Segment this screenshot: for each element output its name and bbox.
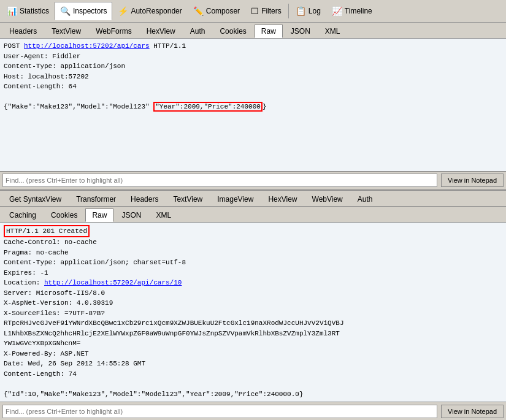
filters-icon: ☐ [251, 6, 259, 16]
main-container: Headers TextView WebForms HexView Auth C… [0, 23, 506, 420]
tab-headers[interactable]: Headers [2, 25, 44, 38]
request-http-version: HTTP/1.1 User-Agent: Fiddler Content-Typ… [4, 42, 186, 110]
tab-webforms[interactable]: WebForms [89, 25, 138, 38]
tab-resp-raw[interactable]: Raw [85, 208, 113, 222]
request-method: POST [4, 42, 24, 50]
statistics-label: Statistics [20, 7, 49, 15]
response-tab-row1: Get SyntaxView Transformer Headers TextV… [0, 191, 506, 207]
main-toolbar: 📊 Statistics 🔍 Inspectors ⚡ AutoResponde… [0, 0, 506, 23]
response-find-bar: View in Notepad [0, 402, 506, 420]
request-find-input[interactable] [2, 174, 437, 187]
log-icon: 📋 [296, 6, 306, 16]
tab-resp-cookies[interactable]: Cookies [44, 208, 84, 222]
inspectors-icon: 🔍 [60, 6, 71, 16]
tab-auth[interactable]: Auth [183, 25, 212, 38]
statistics-icon: 📊 [7, 6, 17, 16]
request-find-bar: View in Notepad [0, 171, 506, 189]
response-panel: Get SyntaxView Transformer Headers TextV… [0, 191, 506, 421]
tab-get-syntaxview[interactable]: Get SyntaxView [2, 193, 68, 206]
response-find-input[interactable] [2, 405, 437, 418]
request-highlight: "Year":2009,"Price":240000 [153, 102, 263, 112]
inspectors-label: Inspectors [73, 7, 107, 15]
tab-transformer[interactable]: Transformer [69, 193, 123, 206]
tab-resp-headers[interactable]: Headers [124, 193, 165, 206]
composer-icon: ✏️ [193, 6, 204, 16]
response-tab-row2: Caching Cookies Raw JSON XML [0, 207, 506, 223]
toolbar-composer[interactable]: ✏️ Composer [188, 2, 245, 20]
autoresponder-label: AutoResponder [131, 7, 182, 15]
tab-resp-xml[interactable]: XML [149, 208, 178, 222]
response-content[interactable]: HTTP/1.1 201 Created Cache-Control: no-c… [0, 223, 506, 402]
request-view-notepad-button[interactable]: View in Notepad [441, 174, 504, 187]
request-panel: Headers TextView WebForms HexView Auth C… [0, 23, 506, 191]
toolbar-timeline[interactable]: 📈 Timeline [326, 2, 378, 20]
request-end-brace: } [263, 103, 267, 110]
response-view-notepad-button[interactable]: View in Notepad [441, 405, 504, 418]
tab-textview[interactable]: TextView [45, 25, 88, 38]
toolbar-filters[interactable]: ☐ Filters [245, 2, 287, 20]
tab-resp-textview[interactable]: TextView [166, 193, 209, 206]
tab-resp-hexview[interactable]: HexView [261, 193, 304, 206]
timeline-icon: 📈 [332, 6, 342, 16]
tab-json[interactable]: JSON [284, 25, 317, 38]
toolbar-divider [288, 4, 289, 18]
request-tab-row: Headers TextView WebForms HexView Auth C… [0, 23, 506, 39]
tab-raw[interactable]: Raw [255, 25, 283, 38]
toolbar-statistics[interactable]: 📊 Statistics [1, 2, 55, 20]
response-status: HTTP/1.1 201 Created [4, 225, 90, 238]
tab-cookies[interactable]: Cookies [213, 25, 253, 38]
tab-imageview[interactable]: ImageView [210, 193, 260, 206]
tab-resp-json[interactable]: JSON [115, 208, 148, 222]
composer-label: Composer [206, 7, 240, 15]
toolbar-log[interactable]: 📋 Log [290, 2, 326, 20]
request-content[interactable]: POST http://localhost:57202/api/cars HTT… [0, 39, 506, 171]
response-location-url[interactable]: http://localhost:57202/api/cars/10 [44, 279, 182, 286]
tab-webview[interactable]: WebView [305, 193, 350, 206]
tab-caching[interactable]: Caching [2, 208, 43, 222]
tab-resp-auth[interactable]: Auth [351, 193, 380, 206]
response-rest: Server: Microsoft-IIS/8.0 X-AspNet-Versi… [4, 289, 344, 398]
tab-xml[interactable]: XML [318, 25, 347, 38]
tab-hexview[interactable]: HexView [140, 25, 182, 38]
filters-label: Filters [261, 7, 282, 15]
log-label: Log [309, 7, 321, 15]
timeline-label: Timeline [345, 7, 372, 15]
toolbar-inspectors[interactable]: 🔍 Inspectors [55, 2, 112, 20]
autoresponder-icon: ⚡ [118, 6, 128, 16]
request-url[interactable]: http://localhost:57202/api/cars [24, 42, 150, 50]
toolbar-autoresponder[interactable]: ⚡ AutoResponder [112, 2, 187, 20]
